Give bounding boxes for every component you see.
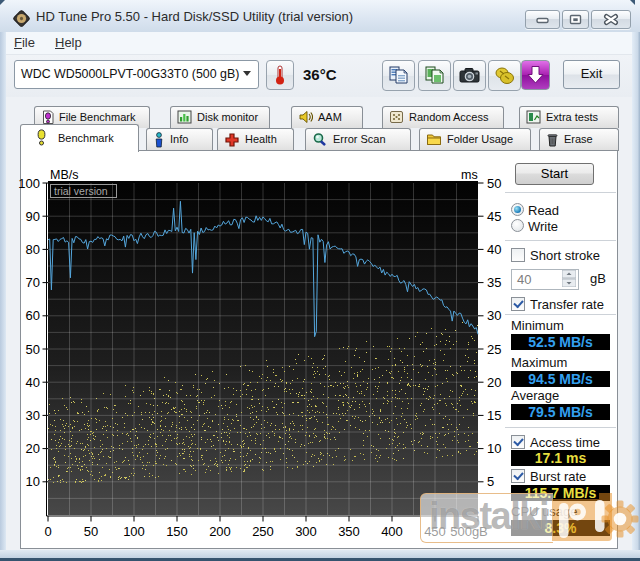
svg-text:50: 50 bbox=[26, 342, 40, 357]
svg-text:300: 300 bbox=[295, 524, 317, 539]
svg-text:15: 15 bbox=[487, 408, 501, 423]
svg-text:ms: ms bbox=[461, 168, 478, 182]
svg-text:20: 20 bbox=[26, 441, 40, 456]
svg-text:5: 5 bbox=[487, 474, 494, 489]
svg-text:35: 35 bbox=[487, 275, 501, 290]
svg-text:30: 30 bbox=[26, 408, 40, 423]
svg-text:45: 45 bbox=[487, 209, 501, 224]
svg-text:20: 20 bbox=[487, 375, 501, 390]
svg-text:400: 400 bbox=[381, 524, 403, 539]
svg-text:250: 250 bbox=[252, 524, 274, 539]
svg-text:10: 10 bbox=[487, 441, 501, 456]
svg-text:50: 50 bbox=[84, 524, 98, 539]
svg-text:10: 10 bbox=[26, 474, 40, 489]
svg-text:350: 350 bbox=[338, 524, 360, 539]
svg-text:90: 90 bbox=[26, 209, 40, 224]
svg-text:200: 200 bbox=[209, 524, 231, 539]
svg-text:150: 150 bbox=[166, 524, 188, 539]
svg-text:100: 100 bbox=[123, 524, 145, 539]
svg-text:25: 25 bbox=[487, 342, 501, 357]
svg-text:30: 30 bbox=[487, 308, 501, 323]
svg-text:40: 40 bbox=[487, 242, 501, 257]
svg-text:60: 60 bbox=[26, 308, 40, 323]
svg-text:80: 80 bbox=[26, 242, 40, 257]
svg-text:0: 0 bbox=[44, 524, 51, 539]
svg-text:40: 40 bbox=[26, 375, 40, 390]
svg-text:trial version: trial version bbox=[54, 185, 108, 197]
svg-text:50: 50 bbox=[487, 176, 501, 191]
svg-text:MB/s: MB/s bbox=[50, 168, 78, 182]
svg-text:100: 100 bbox=[18, 176, 40, 191]
svg-text:70: 70 bbox=[26, 275, 40, 290]
